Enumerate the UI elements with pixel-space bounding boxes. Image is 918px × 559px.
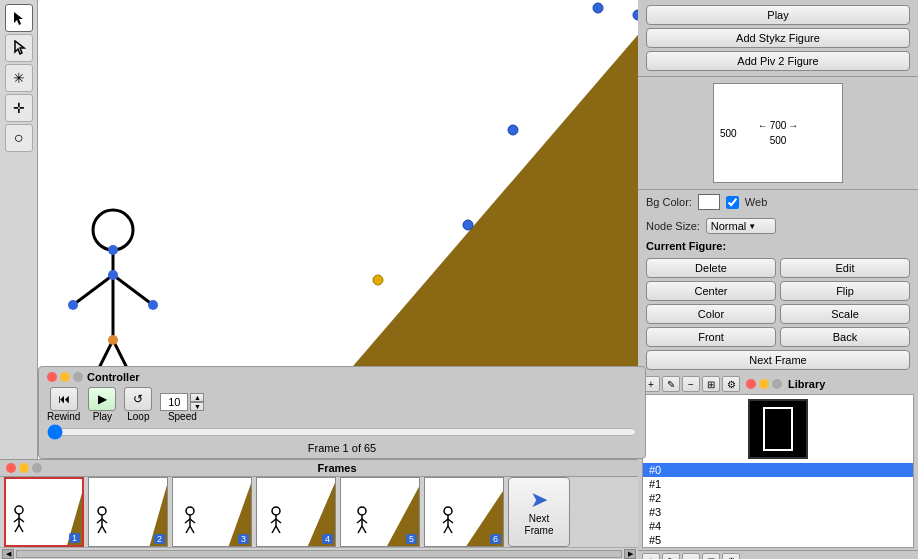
- lib-bottom-btn-4[interactable]: ⊞: [702, 553, 720, 559]
- frame-thumb-3[interactable]: 3: [172, 477, 252, 547]
- next-frame-thumb-button[interactable]: ➤ Next Frame: [508, 477, 570, 547]
- lib-remove-button[interactable]: −: [682, 376, 700, 392]
- node-dot-orange[interactable]: [373, 275, 383, 285]
- ctrl-traffic-yellow: [60, 372, 70, 382]
- transform-tool[interactable]: ✳: [5, 64, 33, 92]
- node-dot-3[interactable]: [593, 3, 603, 13]
- width-indicator: ← 700 →: [758, 120, 799, 131]
- svg-line-19: [186, 526, 190, 533]
- figure-left-arm: [73, 275, 113, 305]
- svg-line-26: [272, 526, 276, 533]
- center-button[interactable]: Center: [646, 281, 776, 301]
- library-bottom-toolbar: + ✎ − ⊞ ⚙: [638, 550, 918, 559]
- node-dot-4[interactable]: [508, 125, 518, 135]
- lib-duplicate-button[interactable]: ⊞: [702, 376, 720, 392]
- frames-traffic-red: [6, 463, 16, 473]
- color-swatch[interactable]: [698, 194, 720, 210]
- library-item-3[interactable]: #3: [643, 505, 913, 519]
- frame-thumb-5[interactable]: 5: [340, 477, 420, 547]
- select-tool[interactable]: [5, 34, 33, 62]
- lib-bottom-btn-2[interactable]: ✎: [662, 553, 680, 559]
- svg-line-20: [190, 526, 194, 533]
- play-button[interactable]: Play: [646, 5, 910, 25]
- frame-thumb-6[interactable]: 6: [424, 477, 504, 547]
- figure-right-arm: [113, 275, 153, 305]
- play-ctrl-button[interactable]: ▶: [88, 387, 116, 411]
- lib-bottom-btn-3[interactable]: −: [682, 553, 700, 559]
- frame-info: Frame 1 of 65: [47, 442, 637, 454]
- library-title: Library: [788, 378, 825, 390]
- scroll-left-btn[interactable]: ◀: [2, 549, 14, 559]
- figure-right-elbow-joint[interactable]: [148, 300, 158, 310]
- figure-hip-joint[interactable]: [108, 335, 118, 345]
- web-checkbox[interactable]: [726, 196, 739, 209]
- frame-thumb-1[interactable]: 1: [4, 477, 84, 547]
- svg-line-13: [102, 526, 106, 533]
- library-item-0[interactable]: #0: [643, 463, 913, 477]
- color-button[interactable]: Color: [646, 304, 776, 324]
- bg-color-label: Bg Color:: [646, 196, 692, 208]
- speed-up-arrow[interactable]: ▲: [190, 393, 204, 402]
- rewind-label: Rewind: [47, 411, 80, 422]
- rewind-button[interactable]: ⏮: [50, 387, 78, 411]
- scale-button[interactable]: Scale: [780, 304, 910, 324]
- library-item-2[interactable]: #2: [643, 491, 913, 505]
- playback-slider[interactable]: [47, 424, 637, 440]
- lib-edit-button[interactable]: ✎: [662, 376, 680, 392]
- node-size-select[interactable]: Normal ▼: [706, 218, 776, 234]
- speed-down-arrow[interactable]: ▼: [190, 402, 204, 411]
- next-frame-button[interactable]: Next Frame: [646, 350, 910, 370]
- svg-line-5: [15, 525, 19, 532]
- speed-label: Speed: [168, 411, 197, 422]
- controller-controls: ⏮ Rewind ▶ Play ↺ Loop ▲ ▼ Speed: [47, 387, 637, 422]
- height-indicator: 500: [770, 135, 787, 146]
- edit-button[interactable]: Edit: [780, 258, 910, 278]
- scene-preview: 500 ← 700 → 500: [713, 83, 843, 183]
- library-item-5[interactable]: #5: [643, 533, 913, 547]
- lib-settings-button[interactable]: ⚙: [722, 376, 740, 392]
- next-frame-arrow-icon: ➤: [530, 487, 548, 513]
- traffic-red: [746, 379, 756, 389]
- current-figure-section: Current Figure:: [638, 238, 918, 254]
- node-size-row: Node Size: Normal ▼: [638, 214, 918, 238]
- figure-neck-joint[interactable]: [108, 245, 118, 255]
- svg-line-40: [444, 526, 448, 533]
- node-size-value: Normal: [711, 220, 746, 232]
- figure-shoulder-joint[interactable]: [108, 270, 118, 280]
- library-item-4[interactable]: #4: [643, 519, 913, 533]
- frames-bar: Frames 1 2 3 4 5: [0, 459, 638, 559]
- pointer-tool[interactable]: [5, 4, 33, 32]
- speed-input[interactable]: [160, 393, 188, 411]
- node-dot-2[interactable]: [633, 10, 638, 20]
- front-button[interactable]: Front: [646, 327, 776, 347]
- flip-button[interactable]: Flip: [780, 281, 910, 301]
- library-item-1[interactable]: #1: [643, 477, 913, 491]
- frames-scrollbar[interactable]: ◀ ▶: [0, 547, 638, 559]
- scroll-track[interactable]: [16, 550, 622, 558]
- back-button[interactable]: Back: [780, 327, 910, 347]
- library-figure-preview: [748, 399, 808, 459]
- frame-num-4: 4: [322, 534, 333, 544]
- circle-tool[interactable]: ○: [5, 124, 33, 152]
- svg-point-1: [15, 506, 23, 514]
- frames-traffic-green: [32, 463, 42, 473]
- scroll-right-btn[interactable]: ▶: [624, 549, 636, 559]
- figure-preview-rect: [763, 407, 793, 451]
- add-stykz-button[interactable]: Add Stykz Figure: [646, 28, 910, 48]
- frame-thumb-4[interactable]: 4: [256, 477, 336, 547]
- node-dot-5[interactable]: [463, 220, 473, 230]
- frame-num-5: 5: [406, 534, 417, 544]
- lib-bottom-btn-5[interactable]: ⚙: [722, 553, 740, 559]
- add-piv2-button[interactable]: Add Piv 2 Figure: [646, 51, 910, 71]
- move-tool[interactable]: ✛: [5, 94, 33, 122]
- frame-num-6: 6: [490, 534, 501, 544]
- library-items: #0 #1 #2 #3 #4 #5: [643, 463, 913, 547]
- frame-thumb-2[interactable]: 2: [88, 477, 168, 547]
- delete-button[interactable]: Delete: [646, 258, 776, 278]
- speed-arrows: ▲ ▼: [190, 393, 204, 411]
- figure-left-elbow-joint[interactable]: [68, 300, 78, 310]
- frames-content: 1 2 3 4 5 6: [0, 477, 638, 547]
- lib-bottom-btn-1[interactable]: +: [642, 553, 660, 559]
- loop-button[interactable]: ↺: [124, 387, 152, 411]
- loop-label: Loop: [127, 411, 149, 422]
